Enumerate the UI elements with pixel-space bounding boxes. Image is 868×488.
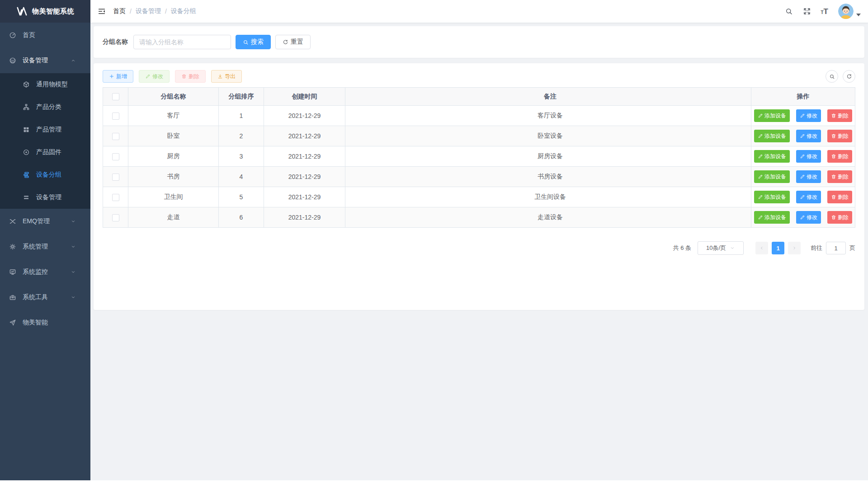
- sidebar-logo[interactable]: 物美智能系统: [0, 0, 90, 23]
- sidebar-item-device-group[interactable]: 设备分组: [0, 164, 90, 186]
- table-row[interactable]: 书房 4 2021-12-29 书房设备 添加设备 修改 删除: [103, 167, 855, 187]
- sidebar-item-system-management[interactable]: 系统管理: [0, 234, 90, 259]
- sidebar-item-label: 产品分类: [36, 103, 61, 111]
- sidebar-item-common-thing-model[interactable]: 通用物模型: [0, 73, 90, 96]
- row-checkbox[interactable]: [112, 194, 119, 201]
- table-row[interactable]: 卫生间 5 2021-12-29 卫生间设备 添加设备 修改 删除: [103, 187, 855, 207]
- grid-icon: [23, 126, 30, 133]
- sidebar-item-product-management[interactable]: 产品管理: [0, 118, 90, 141]
- cell-remark: 书房设备: [345, 167, 751, 187]
- cell-remark: 走道设备: [345, 207, 751, 228]
- fold-icon: [98, 7, 106, 15]
- table-row[interactable]: 厨房 3 2021-12-29 厨房设备 添加设备 修改 删除: [103, 146, 855, 167]
- app-root: 物美智能系统 首页 设备管理 通用物模型 产品分类: [0, 0, 868, 480]
- send-icon: [9, 319, 16, 326]
- horizontal-scrollbar-track[interactable]: [0, 480, 868, 488]
- toolbox-icon: [9, 294, 16, 301]
- font-size-icon[interactable]: TT: [821, 8, 829, 15]
- user-avatar[interactable]: [838, 4, 854, 19]
- add-device-button[interactable]: 添加设备: [754, 191, 790, 203]
- sidebar-item-system-tools[interactable]: 系统工具: [0, 285, 90, 310]
- goto-page-input[interactable]: [826, 242, 846, 254]
- sidebar-item-system-monitor[interactable]: 系统监控: [0, 259, 90, 285]
- delete-button[interactable]: 删除: [175, 70, 206, 83]
- row-checkbox[interactable]: [112, 174, 119, 181]
- button-label: 添加设备: [764, 193, 786, 201]
- refresh-table-button[interactable]: [843, 70, 855, 83]
- chevron-down-icon: [71, 244, 76, 249]
- logo-icon: [16, 5, 28, 17]
- row-modify-button[interactable]: 修改: [796, 109, 821, 122]
- reset-button[interactable]: 重置: [275, 35, 311, 49]
- export-button[interactable]: 导出: [211, 70, 242, 83]
- edit-icon: [800, 215, 805, 220]
- row-checkbox[interactable]: [112, 113, 119, 120]
- sitemap-icon: [23, 103, 30, 111]
- row-checkbox[interactable]: [112, 153, 119, 160]
- logo-title: 物美智能系统: [32, 7, 74, 16]
- plus-icon: [109, 74, 114, 79]
- search-button[interactable]: 搜索: [236, 35, 271, 49]
- add-device-button[interactable]: 添加设备: [754, 130, 790, 142]
- toggle-search-button[interactable]: [826, 70, 838, 83]
- edit-icon: [145, 74, 151, 79]
- row-modify-button[interactable]: 修改: [796, 211, 821, 224]
- cell-group-name: 书房: [128, 167, 219, 187]
- table-row[interactable]: 走道 6 2021-12-29 走道设备 添加设备 修改 删除: [103, 207, 855, 228]
- sidebar-item-label: 产品固件: [36, 148, 61, 156]
- row-modify-button[interactable]: 修改: [796, 150, 821, 163]
- user-dropdown[interactable]: [838, 4, 861, 19]
- header-actions: 操作: [751, 88, 855, 106]
- sidebar-item-device-management-sub[interactable]: 设备管理: [0, 186, 90, 209]
- prev-page-button[interactable]: [755, 242, 768, 254]
- fullscreen-button[interactable]: [803, 7, 811, 15]
- gear-icon: [9, 243, 16, 250]
- sidebar-item-emq-management[interactable]: EMQ管理: [0, 209, 90, 234]
- header-search-button[interactable]: [785, 7, 793, 15]
- add-button[interactable]: 新增: [103, 70, 133, 83]
- add-device-button[interactable]: 添加设备: [754, 150, 790, 163]
- row-delete-button[interactable]: 删除: [827, 109, 852, 122]
- breadcrumb-home[interactable]: 首页: [113, 7, 126, 15]
- button-label: 修改: [152, 73, 163, 80]
- row-modify-button[interactable]: 修改: [796, 170, 821, 183]
- row-checkbox[interactable]: [112, 133, 119, 140]
- row-delete-button[interactable]: 删除: [827, 130, 852, 142]
- row-modify-button[interactable]: 修改: [796, 130, 821, 142]
- row-checkbox[interactable]: [112, 214, 119, 221]
- row-delete-button[interactable]: 删除: [827, 150, 852, 163]
- sidebar-item-product-category[interactable]: 产品分类: [0, 96, 90, 118]
- edit-icon: [758, 133, 763, 139]
- add-device-button[interactable]: 添加设备: [754, 170, 790, 183]
- add-device-button[interactable]: 添加设备: [754, 109, 790, 122]
- cell-actions: 添加设备 修改 删除: [751, 146, 855, 167]
- row-modify-button[interactable]: 修改: [796, 191, 821, 203]
- pagination: 共 6 条 10条/页 1 前往 页: [103, 241, 855, 255]
- next-page-button[interactable]: [788, 242, 801, 254]
- sidebar-toggle-button[interactable]: [90, 0, 113, 23]
- table-row[interactable]: 卧室 2 2021-12-29 卧室设备 添加设备 修改 删除: [103, 126, 855, 146]
- page-size-select[interactable]: 10条/页: [698, 241, 744, 255]
- group-name-input[interactable]: [133, 35, 231, 49]
- sidebar-item-wumei-smart[interactable]: 物美智能: [0, 310, 90, 335]
- device-group-icon: [23, 171, 30, 178]
- search-card: 分组名称 搜索 重置: [94, 26, 864, 58]
- row-delete-button[interactable]: 删除: [827, 191, 852, 203]
- row-delete-button[interactable]: 删除: [827, 211, 852, 224]
- goto-label: 前往: [811, 244, 822, 252]
- sidebar-item-device-management[interactable]: 设备管理: [0, 48, 90, 73]
- sidebar: 物美智能系统 首页 设备管理 通用物模型 产品分类: [0, 0, 90, 480]
- sidebar-item-home[interactable]: 首页: [0, 23, 90, 48]
- cell-created-time: 2021-12-29: [264, 187, 345, 207]
- select-all-checkbox[interactable]: [112, 93, 119, 100]
- row-delete-button[interactable]: 删除: [827, 170, 852, 183]
- button-label: 添加设备: [764, 214, 786, 221]
- sidebar-item-label: 系统管理: [23, 243, 71, 251]
- page-1-button[interactable]: 1: [772, 242, 784, 254]
- add-device-button[interactable]: 添加设备: [754, 211, 790, 224]
- button-label: 搜索: [251, 38, 264, 46]
- modify-button[interactable]: 修改: [139, 70, 170, 83]
- table-header-row: 分组名称 分组排序 创建时间 备注 操作: [103, 88, 855, 106]
- sidebar-item-product-firmware[interactable]: 产品固件: [0, 141, 90, 164]
- table-row[interactable]: 客厅 1 2021-12-29 客厅设备 添加设备 修改 删除: [103, 106, 855, 126]
